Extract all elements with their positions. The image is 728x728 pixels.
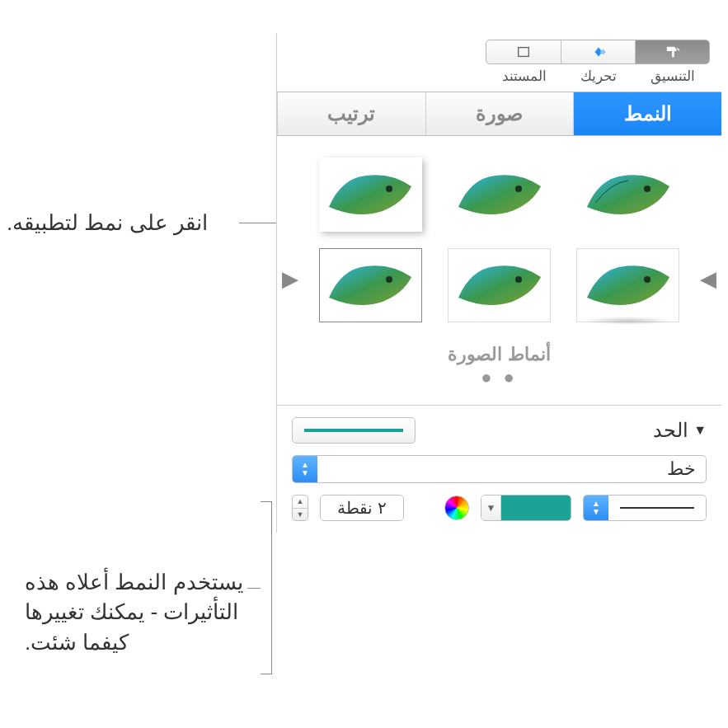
iguana-image-icon	[454, 256, 545, 314]
border-section-title[interactable]: ▼ الحد	[653, 419, 707, 442]
border-section-header: ▼ الحد	[292, 417, 707, 444]
stepper-up-icon: ▲	[293, 496, 308, 509]
border-width-stepper[interactable]: ▲ ▼	[292, 495, 308, 521]
svg-point-6	[386, 276, 392, 283]
dropdown-stepper-icon: ▲▼	[293, 456, 317, 482]
callout-text: يستخدم النمط أعلاه هذه التأثيرات - يمكنك…	[25, 570, 243, 655]
border-style-preview-button[interactable]	[292, 417, 416, 444]
iguana-image-icon	[583, 256, 674, 314]
svg-point-5	[515, 276, 522, 283]
inspector-mode-toolbar	[277, 33, 721, 68]
animate-diamond-icon	[589, 45, 608, 59]
dropdown-stepper-icon: ▲▼	[584, 496, 608, 520]
styles-next-arrow-icon[interactable]: ◀	[700, 266, 716, 292]
line-preview-icon	[620, 507, 694, 509]
svg-rect-0	[519, 48, 529, 57]
border-controls-row: ▲▼ ▼ ٢ نقطة ▲ ▼	[292, 495, 707, 521]
stepper-down-icon: ▼	[293, 509, 308, 521]
page-dots[interactable]: ● ●	[285, 367, 713, 388]
toolbar-label-format: التنسيق	[636, 68, 710, 85]
callout-effects: يستخدم النمط أعلاه هذه التأثيرات - يمكنك…	[25, 567, 256, 657]
iguana-image-icon	[454, 166, 545, 223]
border-color-swatch[interactable]: ▼	[481, 495, 571, 521]
style-thumbnails-grid	[285, 151, 713, 329]
disclosure-triangle-icon: ▼	[693, 423, 707, 438]
style-thumbnail[interactable]	[576, 248, 679, 322]
styles-prev-arrow-icon[interactable]: ◀	[282, 266, 298, 292]
inspector-panel: التنسيق تحريك المستند النمط صورة ترتيب ◀…	[276, 33, 721, 533]
style-thumbnail-selected[interactable]	[319, 248, 422, 322]
svg-point-2	[515, 186, 522, 192]
iguana-image-icon	[325, 166, 416, 223]
border-width-input[interactable]: ٢ نقطة	[320, 495, 404, 521]
border-type-dropdown[interactable]: خط ▲▼	[292, 455, 707, 483]
segmented-control	[486, 40, 710, 64]
callout-text: انقر على نمط لتطبيقه.	[7, 210, 208, 235]
tab-style[interactable]: النمط	[573, 92, 721, 135]
svg-point-3	[386, 186, 392, 192]
border-type-value: خط	[317, 458, 706, 480]
tab-image[interactable]: صورة	[425, 92, 574, 135]
style-thumbnail[interactable]	[576, 157, 679, 232]
toolbar-label-document: المستند	[487, 68, 561, 85]
toolbar-label-animate: تحريك	[561, 68, 636, 85]
color-fill-icon	[501, 496, 571, 520]
chevron-down-icon: ▼	[481, 496, 501, 520]
line-stroke-icon	[304, 429, 403, 432]
iguana-image-icon	[583, 166, 674, 223]
style-thumbnail[interactable]	[319, 157, 422, 232]
toolbar-labels: التنسيق تحريك المستند	[277, 68, 721, 92]
format-tab-button[interactable]	[635, 40, 709, 63]
inspector-tabs: النمط صورة ترتيب	[277, 92, 721, 136]
border-title-text: الحد	[653, 419, 688, 442]
svg-point-4	[644, 276, 651, 283]
svg-point-1	[644, 186, 651, 192]
document-tab-button[interactable]	[486, 40, 561, 63]
line-style-dropdown[interactable]: ▲▼	[583, 495, 707, 521]
border-section: ▼ الحد خط ▲▼ ▲▼ ▼ ٢ ن	[277, 406, 721, 533]
image-styles-section: ◀ ◀ أنماط الصورة ● ●	[277, 136, 721, 397]
callout-line	[247, 588, 261, 589]
callout-bracket	[261, 501, 272, 674]
border-width-value: ٢ نقطة	[321, 498, 403, 518]
color-wheel-button[interactable]	[444, 496, 469, 520]
document-rect-icon	[514, 45, 533, 59]
iguana-image-icon	[325, 256, 416, 314]
style-thumbnail[interactable]	[448, 248, 551, 322]
callout-apply-style: انقر على نمط لتطبيقه.	[7, 208, 262, 237]
tab-arrange[interactable]: ترتيب	[277, 92, 425, 135]
image-styles-label: أنماط الصورة	[285, 344, 713, 365]
animate-tab-button[interactable]	[561, 40, 635, 63]
style-thumbnail[interactable]	[448, 157, 551, 232]
format-brush-icon	[664, 45, 682, 59]
